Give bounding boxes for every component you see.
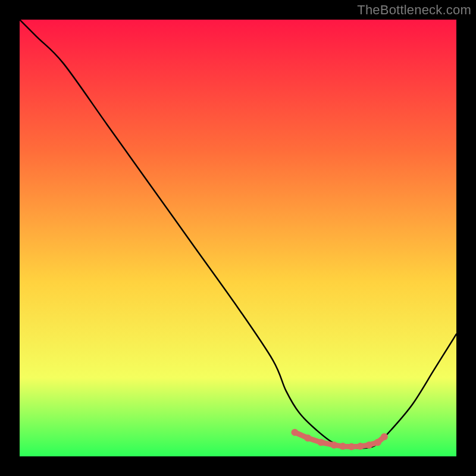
watermark-text: TheBottleneck.com xyxy=(357,2,471,18)
flat-point xyxy=(365,441,372,449)
chart-svg xyxy=(20,20,456,456)
gradient-bg xyxy=(20,20,456,456)
flat-point xyxy=(339,443,346,450)
flat-point xyxy=(357,443,364,450)
flat-point xyxy=(330,441,337,449)
flat-point xyxy=(381,433,388,440)
flat-point xyxy=(291,429,298,436)
flat-point xyxy=(304,434,311,441)
plot-area xyxy=(20,20,456,456)
flat-point xyxy=(348,443,355,450)
chart-frame: TheBottleneck.com xyxy=(0,0,476,476)
flat-point xyxy=(317,439,324,446)
flat-point xyxy=(374,439,381,446)
